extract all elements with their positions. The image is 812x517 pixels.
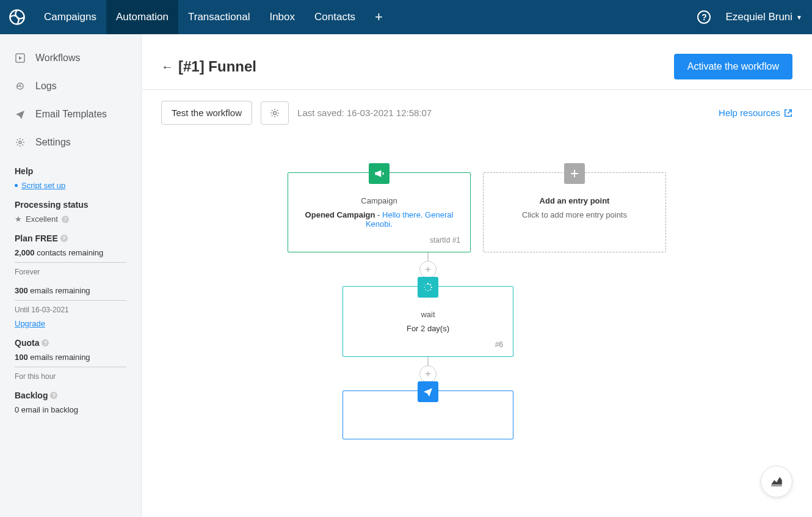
- svg-point-11: [426, 285, 426, 285]
- sidebar-backlog-section: Backlog ? 0 email in backlog: [0, 381, 141, 414]
- bullet-icon: [15, 184, 18, 187]
- brand-logo[interactable]: [0, 9, 34, 26]
- quota-label: emails remaining: [30, 353, 90, 362]
- svg-point-6: [431, 287, 432, 288]
- spinner-icon: [418, 277, 438, 298]
- plan-emails-label: emails remaining: [30, 286, 90, 295]
- backlog-heading: Backlog: [15, 391, 48, 400]
- page-title: [#1] Funnel: [178, 58, 256, 75]
- plan-heading: Plan FREE: [15, 233, 58, 243]
- settings-button[interactable]: [261, 101, 289, 125]
- main-header: ← [#1] Funnel Activate the workflow: [142, 34, 812, 90]
- quota-num: 100: [15, 353, 28, 362]
- backlog-text: 0 email in backlog: [15, 405, 126, 414]
- sidebar-item-logs[interactable]: Logs: [0, 72, 141, 100]
- send-email-node[interactable]: [343, 391, 513, 439]
- play-icon: [15, 53, 26, 64]
- top-nav: Campaigns Automation Transactional Inbox…: [0, 0, 812, 34]
- sidebar-item-settings[interactable]: Settings: [0, 128, 141, 156]
- nav-tab-campaigns[interactable]: Campaigns: [34, 0, 106, 34]
- quota-heading: Quota: [15, 338, 39, 348]
- plan-forever: Forever: [15, 268, 126, 276]
- svg-point-3: [274, 111, 277, 114]
- wait-node[interactable]: wait For 2 day(s) #6: [343, 286, 513, 357]
- plan-emails-num: 300: [15, 286, 28, 295]
- sidebar-processing-section: Processing status ★ Excellent ?: [0, 190, 141, 224]
- megaphone-icon: [369, 163, 390, 184]
- nav-tab-transactional[interactable]: Transactional: [178, 0, 259, 34]
- plan-contacts-label: contacts remaining: [37, 248, 103, 257]
- sidebar-item-label: Email Templates: [35, 109, 107, 120]
- svg-point-2: [19, 141, 21, 144]
- external-link-icon: [784, 109, 792, 117]
- help-icon[interactable]: ?: [697, 10, 711, 24]
- svg-point-9: [425, 289, 426, 290]
- sidebar-quota-section: Quota ? 100 emails remaining For this ho…: [0, 328, 141, 381]
- nav-add-button[interactable]: +: [365, 0, 393, 34]
- star-icon: ★: [15, 215, 22, 224]
- svg-point-7: [430, 289, 431, 290]
- plus-icon: [564, 163, 585, 184]
- upgrade-link[interactable]: Upgrade: [15, 319, 45, 328]
- plan-until: Until 16-03-2021: [15, 306, 126, 314]
- sidebar-help-section: Help Script set up: [0, 156, 141, 190]
- gear-icon: [270, 108, 280, 118]
- main-content: ← [#1] Funnel Activate the workflow Test…: [142, 34, 812, 517]
- help-heading: Help: [15, 166, 126, 176]
- sidebar-plan-section: Plan FREE ? 2,000 contacts remaining For…: [0, 224, 141, 328]
- info-icon[interactable]: ?: [50, 392, 57, 399]
- add-step-button[interactable]: +: [419, 261, 437, 278]
- processing-heading: Processing status: [15, 200, 126, 210]
- user-name: Ezequiel Bruni: [725, 11, 792, 23]
- paper-plane-icon: [418, 381, 438, 402]
- info-icon[interactable]: ?: [42, 339, 49, 346]
- campaign-entry-node[interactable]: Campaign Opened Campaign - Hello there. …: [288, 172, 471, 252]
- svg-point-5: [430, 284, 431, 285]
- paper-plane-icon: [15, 109, 26, 120]
- sidebar-item-label: Logs: [35, 81, 57, 92]
- add-entry-subtitle: Click to add more entry points: [493, 210, 656, 219]
- add-entry-title: Add an entry point: [493, 196, 656, 205]
- activate-workflow-button[interactable]: Activate the workflow: [674, 54, 792, 79]
- chart-fab-button[interactable]: [761, 466, 792, 497]
- info-icon[interactable]: ?: [62, 216, 69, 223]
- svg-point-8: [427, 290, 429, 292]
- add-entry-point-node[interactable]: Add an entry point Click to add more ent…: [483, 172, 666, 252]
- add-step-button[interactable]: +: [419, 365, 437, 383]
- gear-icon: [15, 137, 26, 148]
- history-icon: [15, 81, 26, 92]
- node-title: Campaign: [298, 196, 460, 205]
- processing-status: Excellent: [26, 215, 58, 224]
- chevron-down-icon: ▼: [796, 14, 802, 21]
- sidebar-item-workflows[interactable]: Workflows: [0, 44, 141, 72]
- svg-point-4: [427, 283, 429, 285]
- plan-contacts-num: 2,000: [15, 248, 35, 257]
- sidebar-item-email-templates[interactable]: Email Templates: [0, 100, 141, 128]
- nav-tab-contacts[interactable]: Contacts: [305, 0, 365, 34]
- wait-title: wait: [353, 310, 503, 319]
- sidebar-item-label: Workflows: [35, 53, 81, 64]
- help-resources-link[interactable]: Help resources: [719, 108, 792, 118]
- workflow-canvas[interactable]: Campaign Opened Campaign - Hello there. …: [142, 136, 812, 464]
- user-menu[interactable]: Ezequiel Bruni ▼: [725, 11, 802, 23]
- toolbar: Test the workflow Last saved: 16-03-2021…: [142, 90, 812, 136]
- nav-tab-inbox[interactable]: Inbox: [259, 0, 305, 34]
- info-icon[interactable]: ?: [60, 235, 68, 242]
- last-saved-text: Last saved: 16-03-2021 12:58:07: [297, 108, 432, 118]
- area-chart-icon: [770, 475, 783, 488]
- back-arrow-icon[interactable]: ←: [161, 60, 173, 74]
- test-workflow-button[interactable]: Test the workflow: [161, 101, 252, 125]
- sidebar: Workflows Logs Email Templates Settings …: [0, 34, 142, 517]
- quota-for: For this hour: [15, 372, 126, 381]
- sidebar-item-label: Settings: [35, 137, 71, 148]
- svg-point-10: [424, 287, 425, 287]
- script-setup-link[interactable]: Script set up: [21, 181, 65, 190]
- nav-tab-automation[interactable]: Automation: [106, 0, 178, 34]
- node-footer: startId #1: [298, 236, 460, 244]
- wait-body: For 2 day(s): [353, 324, 503, 333]
- wait-footer: #6: [353, 340, 503, 349]
- node-opened-label: Opened Campaign: [305, 210, 375, 219]
